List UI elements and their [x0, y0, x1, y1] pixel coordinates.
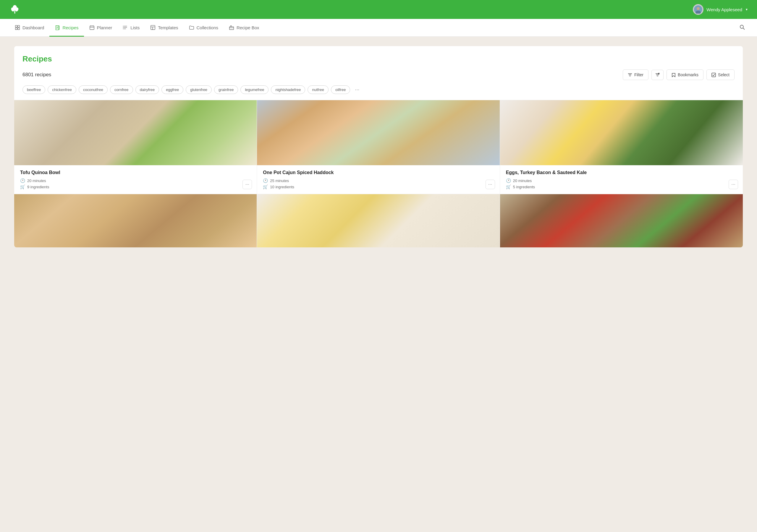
nav-item-planner[interactable]: Planner	[84, 19, 118, 37]
recipe-name: Eggs, Turkey Bacon & Sauteed Kale	[506, 170, 737, 175]
recipe-time-value: 20 minutes	[513, 179, 532, 183]
filter-tags: beeffreechickenfreecoconutfreecornfreeda…	[22, 85, 735, 94]
recipe-ingredients: 🛒 5 ingredients	[506, 185, 737, 189]
svg-point-5	[697, 7, 700, 10]
nav-item-dashboard[interactable]: Dashboard	[10, 19, 49, 37]
recipe-time: 🕐 25 minutes	[263, 178, 494, 183]
filter-tag-nutfree[interactable]: nutfree	[308, 85, 328, 94]
recipe-meta: 🕐 20 minutes 🛒 5 ingredients	[506, 178, 737, 189]
filter-tag-grainfree[interactable]: grainfree	[214, 85, 238, 94]
recipe-meta: 🕐 20 minutes 🛒 9 ingredients	[20, 178, 251, 189]
page-title: Recipes	[22, 54, 735, 64]
clear-filter-button[interactable]	[651, 70, 664, 80]
filter-tag-chickenfree[interactable]: chickenfree	[47, 85, 76, 94]
recipe-info-tofu-quinoa-bowl: Tofu Quinoa Bowl 🕐 20 minutes 🛒 9 ingred…	[14, 165, 257, 194]
nav-item-lists[interactable]: Lists	[117, 19, 145, 37]
recipe-time: 🕐 20 minutes	[20, 178, 251, 183]
nav-label-collections: Collections	[197, 25, 218, 30]
toolbar-actions: Filter Bookmarks	[623, 70, 735, 80]
select-button[interactable]: Select	[707, 70, 735, 80]
filter-tag-beeffree[interactable]: beeffree	[22, 85, 45, 94]
filter-tag-glutenfree[interactable]: glutenfree	[186, 85, 212, 94]
cart-icon: 🛒	[20, 185, 25, 189]
recipe-image-lentil-stew	[500, 194, 743, 248]
recipes-card: Recipes 6801 recipes Filter	[14, 46, 743, 248]
clock-icon: 🕐	[263, 178, 268, 183]
bookmarks-icon	[672, 73, 676, 77]
main-nav: Dashboard Recipes Planner	[0, 19, 757, 37]
recipe-card-lentil-stew[interactable]	[500, 194, 743, 248]
svg-rect-8	[18, 25, 19, 27]
svg-rect-10	[18, 28, 19, 30]
recipe-ingredients-value: 9 ingredients	[27, 185, 49, 189]
avatar	[693, 4, 704, 15]
recipe-image-scrambled-eggs	[257, 194, 500, 248]
user-menu[interactable]: Wendy Appleseed ▾	[693, 4, 747, 15]
recipe-card-scrambled-eggs[interactable]	[257, 194, 500, 248]
svg-point-23	[123, 29, 124, 29]
nav-items: Dashboard Recipes Planner	[10, 19, 265, 36]
search-button[interactable]	[737, 22, 747, 34]
filter-tag-legumefree[interactable]: legumefree	[240, 85, 268, 94]
recipe-info-one-pot-cajun-haddock: One Pot Cajun Spiced Haddock 🕐 25 minute…	[257, 165, 500, 194]
filter-button[interactable]: Filter	[623, 70, 649, 80]
chevron-down-icon: ▾	[746, 7, 747, 12]
filter-more[interactable]: ···	[352, 85, 362, 94]
logo-icon	[11, 5, 19, 14]
recipe-meta: 🕐 25 minutes 🛒 10 ingredients	[263, 178, 494, 189]
filter-icon	[628, 73, 632, 77]
recipe-name: Tofu Quinoa Bowl	[20, 170, 251, 175]
filter-tag-coconutfree[interactable]: coconutfree	[79, 85, 107, 94]
svg-rect-33	[712, 73, 715, 77]
recipe-card-eggs-turkey-bacon-kale[interactable]: Eggs, Turkey Bacon & Sauteed Kale 🕐 20 m…	[500, 100, 743, 194]
recipe-time-value: 25 minutes	[270, 179, 289, 183]
header: Wendy Appleseed ▾	[0, 0, 757, 19]
bookmarks-label: Bookmarks	[678, 73, 698, 77]
clear-filter-icon	[655, 73, 660, 77]
filter-tag-eggfree[interactable]: eggfree	[162, 85, 183, 94]
app-logo[interactable]	[10, 4, 20, 15]
main-content: Recipes 6801 recipes Filter	[0, 37, 757, 257]
recipe-card-tofu-quinoa-bowl[interactable]: Tofu Quinoa Bowl 🕐 20 minutes 🛒 9 ingred…	[14, 100, 257, 194]
nav-item-templates[interactable]: Templates	[145, 19, 183, 37]
recipe-image-one-pot-cajun-haddock	[257, 100, 500, 165]
template-icon	[150, 25, 156, 30]
folder-icon	[189, 25, 194, 30]
nav-label-templates: Templates	[158, 25, 178, 30]
recipe-ingredients-value: 10 ingredients	[270, 185, 294, 189]
nav-label-planner: Planner	[97, 25, 112, 30]
cart-icon: 🛒	[506, 185, 511, 189]
filter-tag-cornfree[interactable]: cornfree	[110, 85, 133, 94]
filter-tag-oilfree[interactable]: oilfree	[331, 85, 350, 94]
recipe-ingredients: 🛒 10 ingredients	[263, 185, 494, 189]
nav-item-recipes[interactable]: Recipes	[49, 19, 84, 37]
nav-item-recipebox[interactable]: Recipe Box	[224, 19, 265, 37]
recipe-time-value: 20 minutes	[27, 179, 46, 183]
recipe-card-granola-bake[interactable]	[14, 194, 257, 248]
cart-icon: 🛒	[263, 185, 268, 189]
svg-point-21	[123, 26, 124, 26]
filter-tag-dairyfree[interactable]: dairyfree	[136, 85, 159, 94]
filter-tag-nightshadefree[interactable]: nightshadefree	[271, 85, 305, 94]
recipe-more-button[interactable]: ···	[729, 180, 738, 189]
svg-rect-9	[15, 28, 17, 30]
svg-rect-14	[90, 26, 94, 30]
list-icon	[123, 25, 128, 30]
recipe-name: One Pot Cajun Spiced Haddock	[263, 170, 494, 175]
nav-item-collections[interactable]: Collections	[184, 19, 224, 37]
recipe-more-button[interactable]: ···	[242, 180, 252, 189]
recipe-card-one-pot-cajun-haddock[interactable]: One Pot Cajun Spiced Haddock 🕐 25 minute…	[257, 100, 500, 194]
recipe-grid: Tofu Quinoa Bowl 🕐 20 minutes 🛒 9 ingred…	[14, 100, 743, 248]
svg-point-22	[123, 27, 124, 28]
nav-label-recipes: Recipes	[62, 25, 78, 30]
svg-rect-24	[151, 25, 155, 30]
select-label: Select	[718, 73, 730, 77]
bookmarks-button[interactable]: Bookmarks	[667, 70, 704, 80]
recipe-more-button[interactable]: ···	[486, 180, 495, 189]
clock-icon: 🕐	[506, 178, 511, 183]
clock-icon: 🕐	[20, 178, 25, 183]
svg-rect-7	[15, 25, 17, 27]
avatar-icon	[694, 5, 702, 14]
box-icon	[229, 25, 234, 30]
recipe-ingredients-value: 5 ingredients	[513, 185, 535, 189]
